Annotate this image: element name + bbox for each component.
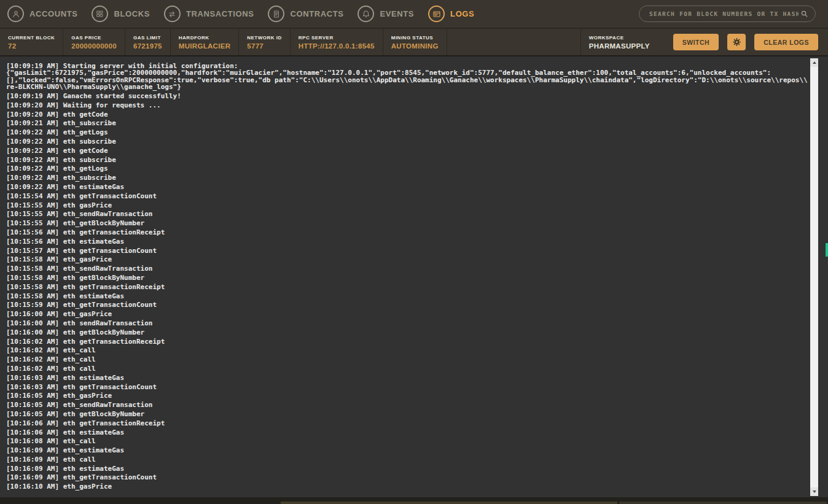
status-buttons: SWITCH CLEAR LOGS <box>665 29 828 55</box>
search-box <box>639 6 816 22</box>
status-value: HTTP://127.0.0.1:8545 <box>299 42 375 50</box>
settings-button[interactable] <box>727 34 746 50</box>
search-input[interactable] <box>648 10 800 18</box>
log-console: [10:09:19 AM] Starting server with initi… <box>0 56 828 497</box>
scrollbar-down-arrow-icon[interactable] <box>810 487 818 496</box>
status-label: CURRENT BLOCK <box>8 35 55 41</box>
log-line: [10:16:09 AM] eth_getTransactionCount <box>6 474 807 481</box>
blocks-icon <box>92 6 108 22</box>
tab-accounts[interactable]: ACCOUNTS <box>7 6 77 22</box>
status-value: MUIRGLACIER <box>179 42 230 50</box>
log-line: re-BLKCHN-UNO\\PharmaSupply\\ganache_log… <box>6 83 807 90</box>
scrollbar-thumb[interactable] <box>810 67 818 487</box>
log-line: [10:09:19 AM] Starting server with initi… <box>6 63 807 69</box>
log-line: [10:09:22 AM] eth_estimateGas <box>6 184 807 190</box>
status-value: 5777 <box>247 42 282 50</box>
log-line: [10:16:06 AM] eth_estimateGas <box>6 429 807 436</box>
log-line: [10:16:10 AM] eth_gasPrice <box>6 483 807 490</box>
tab-blocks-label: BLOCKS <box>114 9 150 18</box>
status-network-id: NETWORK ID 5777 <box>239 29 291 55</box>
status-label: GAS PRICE <box>71 35 117 41</box>
log-line: {"gasLimit":6721975,"gasPrice":200000000… <box>6 69 807 76</box>
log-line: [10:15:55 AM] eth_sendRawTransaction <box>6 211 807 217</box>
log-line: [10:16:00 AM] eth_sendRawTransaction <box>6 320 807 327</box>
status-mining-status: MINING STATUS AUTOMINING <box>383 29 447 55</box>
status-value: 72 <box>8 42 55 50</box>
accounts-icon <box>7 6 24 22</box>
tab-accounts-label: ACCOUNTS <box>29 9 77 18</box>
tab-transactions-label: TRANSACTIONS <box>186 9 254 18</box>
events-icon <box>357 6 374 22</box>
log-line: [10:16:02 AM] eth_call <box>6 365 807 372</box>
log-line: [10:15:54 AM] eth_getTransactionCount <box>6 193 807 200</box>
status-label: RPC SERVER <box>299 35 375 41</box>
log-line: [10:09:21 AM] eth_subscribe <box>6 120 807 126</box>
log-line: [10:09:22 AM] eth_subscribe <box>6 138 807 145</box>
log-line: [10:09:22 AM] eth_getLogs <box>6 165 807 172</box>
log-line: [10:16:06 AM] eth_getTransactionReceipt <box>6 420 807 427</box>
status-value: 20000000000 <box>71 42 117 50</box>
log-line: [10:15:57 AM] eth_getTransactionCount <box>6 247 807 254</box>
status-gas-price: GAS PRICE 20000000000 <box>63 29 125 55</box>
log-line: [10:16:05 AM] eth_getBlockByNumber <box>6 411 807 417</box>
log-line: [10:09:19 AM] Ganache started successful… <box>6 93 807 99</box>
log-line: [10:09:20 AM] Waiting for requests ... <box>6 102 807 109</box>
log-line: [10:16:02 AM] eth_getTransactionReceipt <box>6 338 807 345</box>
status-value: 6721975 <box>133 42 162 50</box>
log-line: [10:16:05 AM] eth_sendRawTransaction <box>6 401 807 408</box>
contracts-icon <box>268 6 284 22</box>
log-line: [10:16:00 AM] eth_getBlockByNumber <box>6 329 807 336</box>
tab-events[interactable]: EVENTS <box>357 6 414 22</box>
log-line: [10:15:58 AM] eth_gasPrice <box>6 256 807 263</box>
status-bar: CURRENT BLOCK 72 GAS PRICE 20000000000 G… <box>0 29 828 56</box>
status-rpc-server: RPC SERVER HTTP://127.0.0.1:8545 <box>291 29 383 55</box>
log-line: [10:16:08 AM] eth_call <box>6 438 807 444</box>
taskbar-strip <box>0 497 828 504</box>
log-line: [10:15:56 AM] eth_getTransactionReceipt <box>6 229 807 236</box>
tab-logs-label: LOGS <box>450 9 474 18</box>
scrollbar-up-arrow-icon[interactable] <box>810 58 818 67</box>
clear-logs-button[interactable]: CLEAR LOGS <box>754 34 818 50</box>
status-gas-limit: GAS LIMIT 6721975 <box>125 29 171 55</box>
log-line: [],"locked":false,"vmErrorsOnRPCResponse… <box>6 77 807 83</box>
log-line: [10:15:59 AM] eth_getTransactionCount <box>6 301 807 308</box>
status-label: NETWORK ID <box>247 35 282 41</box>
log-line: [10:09:22 AM] eth_subscribe <box>6 157 807 163</box>
tab-blocks[interactable]: BLOCKS <box>92 6 150 22</box>
log-line: [10:16:05 AM] eth_gasPrice <box>6 392 807 399</box>
search-icon[interactable] <box>800 9 809 18</box>
log-line: [10:15:55 AM] eth_gasPrice <box>6 202 807 209</box>
status-label: GAS LIMIT <box>133 35 162 41</box>
workspace-info: WORKSPACE PHARMASUPPLY <box>580 29 665 55</box>
gear-icon <box>732 37 742 47</box>
tab-transactions[interactable]: TRANSACTIONS <box>164 6 254 22</box>
top-navbar: ACCOUNTS BLOCKS TRANSACTIONS CONTRACTS E… <box>0 0 828 29</box>
screen-edge-marker <box>826 243 828 257</box>
log-line: [10:15:56 AM] eth_estimateGas <box>6 238 807 245</box>
transactions-icon <box>164 6 181 22</box>
tab-logs[interactable]: LOGS <box>428 6 474 22</box>
logs-icon <box>428 6 445 22</box>
status-hardfork: HARDFORK MUIRGLACIER <box>171 29 239 55</box>
tab-contracts[interactable]: CONTRACTS <box>268 6 343 22</box>
log-line: [10:16:00 AM] eth_gasPrice <box>6 311 807 317</box>
log-line: [10:15:55 AM] eth_getBlockByNumber <box>6 220 807 227</box>
status-label: HARDFORK <box>179 35 230 41</box>
log-scrollbar[interactable] <box>810 58 818 496</box>
log-line: [10:09:22 AM] eth_getLogs <box>6 129 807 136</box>
log-line: [10:16:03 AM] eth_getTransactionCount <box>6 384 807 390</box>
log-line: [10:15:58 AM] eth_estimateGas <box>6 293 807 300</box>
status-value: AUTOMINING <box>391 42 439 50</box>
log-line: [10:09:22 AM] eth_getCode <box>6 147 807 154</box>
log-line: [10:15:58 AM] eth_getTransactionReceipt <box>6 284 807 290</box>
log-line: [10:15:58 AM] eth_sendRawTransaction <box>6 265 807 272</box>
log-line: [10:16:03 AM] eth_estimateGas <box>6 374 807 381</box>
tab-contracts-label: CONTRACTS <box>290 9 343 18</box>
log-line: [10:16:02 AM] eth_call <box>6 347 807 354</box>
taskbar-segment <box>281 502 617 504</box>
log-line: [10:15:58 AM] eth_getBlockByNumber <box>6 274 807 281</box>
log-line: [10:09:20 AM] eth_getCode <box>6 111 807 118</box>
switch-button[interactable]: SWITCH <box>673 34 719 50</box>
workspace-label: WORKSPACE <box>589 35 650 41</box>
tab-events-label: EVENTS <box>380 9 414 18</box>
